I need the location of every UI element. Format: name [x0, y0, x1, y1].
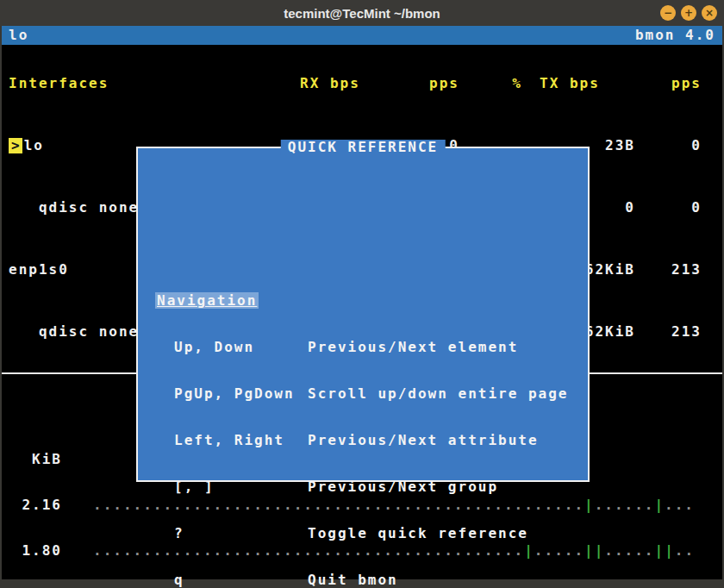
tx-pps-value: 213: [640, 262, 706, 278]
shortcut-key: PgUp, PgDown: [174, 386, 308, 402]
shortcut-row: ?Toggle quick reference: [138, 526, 588, 541]
shortcut-desc: Toggle quick reference: [308, 526, 528, 541]
col-header-interfaces: Interfaces: [2, 76, 295, 91]
quick-reference-dialog: QUICK REFERENCE Navigation Up, DownPrevi…: [136, 147, 590, 482]
shortcut-desc: Previous/Next group: [308, 479, 498, 495]
shortcut-desc: Previous/Next attribute: [308, 433, 539, 448]
minimize-button[interactable]: −: [660, 5, 676, 21]
window-controls: − + ×: [660, 5, 717, 21]
table-header-row: Interfaces RX bps pps % TX bps pps: [2, 76, 722, 91]
selected-element-label: lo: [9, 28, 28, 43]
dialog-body: Navigation Up, DownPrevious/Next element…: [138, 195, 588, 588]
shortcut-desc: Quit bmon: [308, 572, 398, 588]
selection-cursor: >: [9, 138, 22, 153]
terminal-window: tecmint@TecMint ~/bmon − + × lo bmon 4.0…: [0, 0, 724, 588]
shortcut-desc: Previous/Next element: [308, 340, 518, 355]
col-header-rx-bps: RX bps: [295, 76, 424, 91]
close-button[interactable]: ×: [702, 5, 717, 21]
tx-pps-value: 0: [640, 138, 706, 153]
shortcut-row: PgUp, PgDownScroll up/down entire page: [138, 386, 588, 402]
shortcut-row: Up, DownPrevious/Next element: [138, 340, 588, 355]
dialog-section-navigation: Navigation Up, DownPrevious/Next element…: [138, 262, 588, 588]
col-header-percent: %: [464, 76, 529, 91]
graph-unit-label: KiB: [2, 452, 62, 466]
dialog-title: QUICK REFERENCE: [281, 140, 446, 155]
shortcut-key: [, ]: [174, 479, 308, 495]
tx-pps-value: 213: [640, 324, 706, 340]
shortcut-desc: Scroll up/down entire page: [308, 386, 568, 402]
col-header-tx-bps: TX bps: [529, 76, 640, 91]
shortcut-row: Left, RightPrevious/Next attribute: [138, 433, 588, 448]
shortcut-row: qQuit bmon: [138, 572, 588, 588]
graph-y-label: 2.16: [2, 497, 62, 512]
shortcut-key: ?: [174, 526, 308, 541]
window-titlebar[interactable]: tecmint@TecMint ~/bmon − + ×: [0, 0, 724, 26]
tx-pps-value: 0: [640, 200, 706, 216]
col-header-rx-pps: pps: [424, 76, 464, 91]
interface-name: lo: [24, 138, 44, 153]
window-title: tecmint@TecMint ~/bmon: [284, 6, 440, 21]
graph-y-label: 1.80: [2, 543, 62, 558]
shortcut-key: Up, Down: [174, 340, 308, 355]
maximize-button[interactable]: +: [681, 5, 696, 21]
bmon-header-bar: lo bmon 4.0: [2, 26, 722, 45]
shortcut-row: [, ]Previous/Next group: [138, 479, 588, 495]
bmon-version-label: bmon 4.0: [635, 28, 715, 43]
col-header-tx-pps: pps: [640, 76, 706, 91]
section-heading: Navigation: [155, 292, 259, 309]
shortcut-key: Left, Right: [174, 433, 308, 448]
shortcut-key: q: [174, 572, 308, 588]
